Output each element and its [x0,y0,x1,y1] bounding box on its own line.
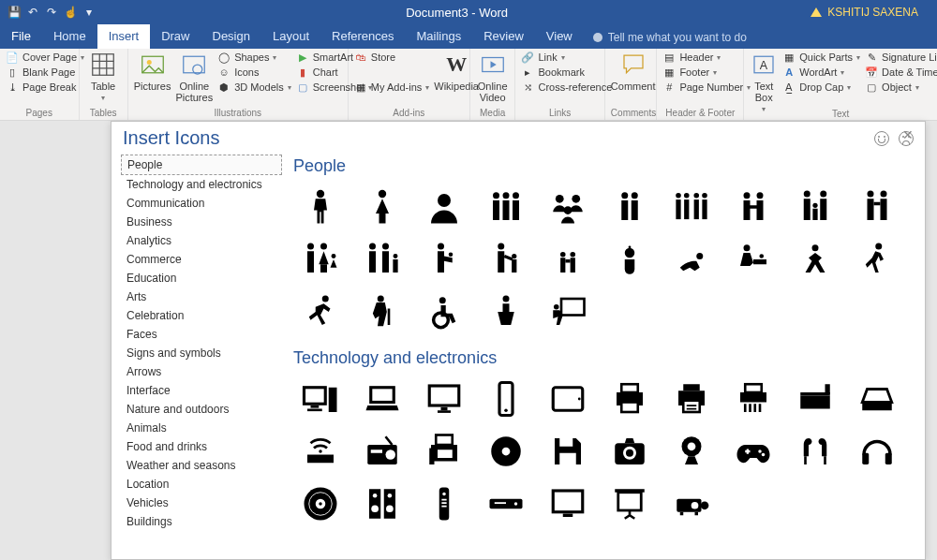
user-bust-icon[interactable] [417,184,471,230]
online-video-button[interactable]: Online Video [476,51,510,103]
category-item[interactable]: Nature and outdoors [121,400,282,419]
walking-icon[interactable] [850,236,904,283]
page-number-button[interactable]: #Page Number▾ [662,81,751,94]
cross-reference-button[interactable]: ⤭Cross-reference [521,81,612,94]
scanner-lid-icon[interactable] [850,376,904,422]
tv-icon[interactable] [541,480,595,527]
running-icon[interactable] [293,288,348,335]
category-item[interactable]: Technology and electronics [121,175,282,194]
scanner-flatbed-icon[interactable] [788,376,842,422]
category-list[interactable]: PeopleTechnology and electronicsCommunic… [121,155,282,553]
category-item[interactable]: Interface [121,381,282,400]
text-box-button[interactable]: A Text Box▾ [750,51,778,113]
tell-me-search[interactable]: Tell me what you want to do [584,26,937,49]
tab-mailings[interactable]: Mailings [406,24,473,49]
printer-icon[interactable] [602,376,657,422]
save-icon[interactable]: 💾 [7,6,21,19]
tab-review[interactable]: Review [472,24,535,49]
category-item[interactable]: Location [121,475,282,494]
quick-parts-button[interactable]: ▦Quick Parts▾ [782,51,860,64]
feedback-sad-icon[interactable] [899,131,914,146]
parent-carry-icon[interactable] [417,236,471,283]
projector-icon[interactable] [664,480,719,527]
group-pair-hold-icon[interactable] [726,184,781,230]
tab-file[interactable]: File [0,24,42,49]
cover-page-button[interactable]: 📄Cover Page▾ [6,51,84,64]
comment-button[interactable]: Comment [611,51,656,92]
laptop-icon[interactable] [355,376,409,422]
wordart-button[interactable]: AWordArt▾ [782,66,860,79]
elderly-cane-icon[interactable] [355,288,409,335]
baby-icon[interactable] [602,236,657,283]
earbuds-icon[interactable] [788,428,842,475]
smartphone-icon[interactable] [479,376,533,422]
blank-page-button[interactable]: ▯Blank Page [6,66,84,79]
group-two-icon[interactable] [602,184,657,230]
undo-icon[interactable]: ↶ [26,6,39,19]
tablet-icon[interactable] [541,376,595,422]
dvd-player-icon[interactable] [479,480,533,527]
icon-gallery[interactable]: PeopleTechnology and electronics [282,155,919,553]
game-controller-icon[interactable] [726,428,781,475]
children-two-icon[interactable] [541,236,595,283]
shredder-icon[interactable] [726,376,781,422]
pair-hold-hands-icon[interactable] [850,184,904,230]
man-icon[interactable] [293,184,348,230]
icons-button[interactable]: ☺Icons [217,66,291,79]
teacher-board-icon[interactable] [541,288,595,335]
page-break-button[interactable]: ⤓Page Break [6,81,84,94]
tab-insert[interactable]: Insert [97,24,151,49]
signature-line-button[interactable]: ✎Signature Line▾ [865,51,937,64]
bookmark-button[interactable]: ▸Bookmark [521,66,612,79]
header-button[interactable]: ▤Header▾ [662,51,751,64]
category-item[interactable]: People [121,155,282,175]
headphones-icon[interactable] [850,428,904,475]
category-item[interactable]: Arts [121,287,282,306]
family-icon[interactable] [788,184,842,230]
radio-icon[interactable] [355,428,409,475]
touch-mode-icon[interactable]: ☝ [64,6,77,19]
stretch-icon[interactable] [788,236,842,283]
category-item[interactable]: Education [121,269,282,287]
disc-icon[interactable] [479,428,533,475]
projector-screen-icon[interactable] [602,480,657,527]
category-item[interactable]: Arrows [121,362,282,381]
category-item[interactable]: Communication [121,194,282,213]
tab-view[interactable]: View [535,24,584,49]
woman-icon[interactable] [355,184,409,230]
router-icon[interactable] [293,428,348,475]
footer-button[interactable]: ▦Footer▾ [662,66,751,79]
floppy-icon[interactable] [541,428,595,475]
category-item[interactable]: Faces [121,325,282,344]
category-item[interactable]: Analytics [121,231,282,250]
tab-references[interactable]: References [320,24,405,49]
baby-crawling-icon[interactable] [664,236,719,283]
category-item[interactable]: Commerce [121,250,282,269]
tab-design[interactable]: Design [201,24,261,49]
printer-alt-icon[interactable] [664,376,719,422]
wheelchair-icon[interactable] [417,288,471,335]
group-four-icon[interactable] [664,184,719,230]
user-badge[interactable]: KSHITIJ SAXENA [811,6,937,19]
speakers-icon[interactable] [355,480,409,527]
3d-models-button[interactable]: ⬢3D Models▾ [217,81,291,94]
online-pictures-button[interactable]: Online Pictures [175,51,213,103]
table-button[interactable]: Table▾ [85,51,122,102]
group-three-icon[interactable] [479,184,533,230]
link-button[interactable]: 🔗Link▾ [521,51,612,64]
diaper-change-icon[interactable] [726,236,781,283]
pictures-button[interactable]: Pictures [134,51,171,92]
contacts-tiles-icon[interactable] [541,184,595,230]
qat-more-icon[interactable]: ▾ [82,6,96,19]
redo-icon[interactable]: ↷ [45,6,58,19]
category-item[interactable]: Celebration [121,306,282,325]
camera-icon[interactable] [602,428,657,475]
category-item[interactable]: Signs and symbols [121,344,282,362]
webcam-icon[interactable] [664,428,719,475]
category-item[interactable]: Vehicles [121,494,282,512]
category-item[interactable]: Food and drinks [121,437,282,456]
desktop-tower-icon[interactable] [293,376,348,422]
category-item[interactable]: Business [121,213,282,231]
tab-draw[interactable]: Draw [150,24,201,49]
adult-child-icon[interactable] [479,236,533,283]
